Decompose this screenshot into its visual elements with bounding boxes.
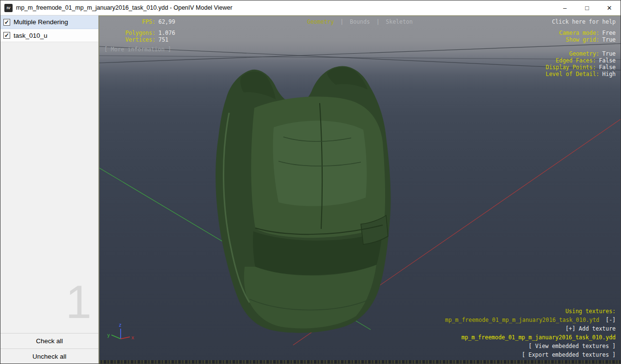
vertices-row: Vertices: 751 [111, 36, 169, 43]
app-icon: IV [4, 4, 13, 12]
edged-faces-label: Edged Faces: [556, 57, 596, 64]
edged-faces-row: Edged Faces:False [556, 57, 616, 64]
sidebar-buttons: Check all Uncheck all [0, 333, 98, 364]
sidebar-item-task-010-u[interactable]: ✓ task_010_u [0, 29, 98, 42]
axis-gizmo: z y x [107, 322, 134, 340]
polygons-label: Polygons: [111, 30, 155, 36]
window-title: mp_m_freemode_01_mp_m_january2016_task_0… [16, 4, 233, 11]
app-window: IV mp_m_freemode_01_mp_m_january2016_tas… [0, 0, 621, 364]
axis-y-label: y [107, 333, 110, 338]
vertices-value: 751 [158, 36, 169, 43]
ydd-model-name: mp_m_freemode_01_mp_m_january2016_task_0… [445, 333, 616, 342]
mode-separator: | [340, 18, 343, 25]
view-embedded-textures-button[interactable]: [ View embedded textures ] [445, 342, 616, 350]
horizon-grid-lines [99, 44, 621, 70]
camera-mode-value: Free [602, 30, 616, 36]
show-grid-row: Show grid:True [566, 36, 616, 43]
sidebar-item-label: task_010_u [14, 32, 47, 39]
maximize-button[interactable]: □ [576, 0, 598, 15]
geometry-setting-value: True [602, 50, 616, 57]
window-controls: – □ ✕ [554, 0, 621, 15]
polygons-row: Polygons: 1.076 [111, 30, 175, 36]
add-texture-button[interactable]: [+] Add texture [445, 324, 616, 333]
sidebar-item-multiple-rendering[interactable]: ✓ Multiple Rendering [0, 15, 98, 29]
axis-z-label: z [119, 322, 122, 328]
vertices-label: Vertices: [111, 36, 155, 43]
axis-x-label: x [131, 335, 134, 340]
more-information-button[interactable]: [ More information ] [104, 46, 171, 53]
mode-separator: | [376, 18, 380, 25]
display-points-row: Display Points:False [546, 64, 616, 71]
render-mode-toggles: Geometry | Bounds | Skeleton [99, 18, 621, 25]
level-of-detail-label: Level of Detail: [546, 71, 600, 77]
camera-mode-label: Camera mode: [559, 30, 599, 36]
ytd-texture-row: mp_m_freemode_01_mp_m_january2016_task_0… [445, 316, 616, 324]
polygons-value: 1.076 [158, 30, 175, 36]
textures-panel: Using textures: mp_m_freemode_01_mp_m_ja… [445, 307, 616, 359]
close-button[interactable]: ✕ [598, 0, 621, 15]
remove-texture-button[interactable]: [-] [605, 317, 616, 323]
ytd-texture-name: mp_m_freemode_01_mp_m_january2016_task_0… [445, 317, 600, 323]
camera-mode-row: Camera mode:Free [559, 30, 616, 36]
model-count-watermark: 1 [66, 279, 92, 325]
title-bar[interactable]: IV mp_m_freemode_01_mp_m_january2016_tas… [0, 0, 621, 15]
check-all-button[interactable]: Check all [0, 333, 98, 349]
texture-preview-strip [99, 360, 621, 364]
multiple-rendering-checkbox[interactable]: ✓ [3, 19, 10, 26]
task-010-u-checkbox[interactable]: ✓ [3, 32, 10, 39]
geometry-setting-label: Geometry: [569, 50, 599, 57]
export-embedded-textures-button[interactable]: [ Export embedded textures ] [445, 350, 616, 359]
help-link[interactable]: Click here for help [552, 18, 616, 25]
geometry-setting-row: Geometry:True [569, 50, 616, 57]
sidebar-item-label: Multiple Rendering [14, 18, 68, 26]
model-list-sidebar: ✓ Multiple Rendering ✓ task_010_u 1 Chec… [0, 15, 99, 364]
show-grid-value: True [602, 36, 616, 43]
display-points-value: False [599, 64, 616, 71]
level-of-detail-row: Level of Detail:High [546, 71, 616, 77]
geometry-mode-toggle[interactable]: Geometry [307, 18, 334, 25]
vest-model [216, 66, 391, 333]
level-of-detail-value: High [602, 71, 616, 77]
bounds-mode-toggle[interactable]: Bounds [350, 18, 370, 25]
minimize-button[interactable]: – [554, 0, 576, 15]
model-viewport[interactable]: z y x FPS: 62,99 Polygons: 1.076 Vertice… [99, 15, 621, 364]
display-points-label: Display Points: [546, 64, 596, 71]
skeleton-mode-toggle[interactable]: Skeleton [386, 18, 413, 25]
show-grid-label: Show grid: [566, 36, 599, 43]
uncheck-all-button[interactable]: Uncheck all [0, 349, 98, 364]
edged-faces-value: False [599, 57, 616, 64]
using-textures-heading: Using textures: [445, 307, 616, 316]
